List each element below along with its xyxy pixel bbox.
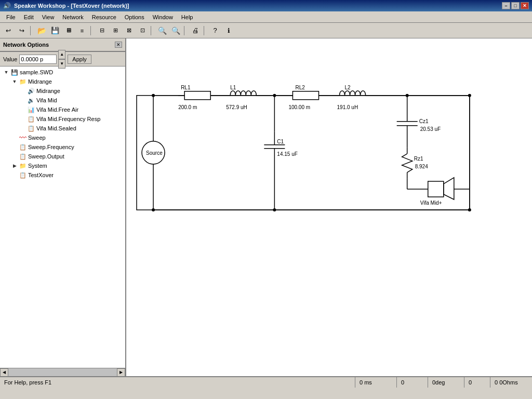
label-vifa-mid: Vifa Mid: [36, 97, 57, 103]
l2-value: 191.0 uH: [337, 104, 358, 110]
toolbar-sep-5: [204, 26, 207, 35]
menu-edit[interactable]: Edit: [20, 13, 38, 21]
menu-file[interactable]: File: [2, 13, 20, 21]
panel-close-btn[interactable]: ✕: [115, 42, 122, 48]
menu-network[interactable]: Network: [58, 13, 87, 21]
icon-testxover: 📋: [19, 171, 27, 179]
tree-node-vifa-mid-sealed[interactable]: 📋 Vifa Mid.Sealed: [0, 124, 125, 133]
tree-node-midrange[interactable]: 🔊 Midrange: [0, 86, 125, 96]
expander-sweep-frequency[interactable]: [10, 143, 19, 151]
toolbar-btn-6[interactable]: ⊞: [109, 25, 122, 36]
outer-minimize-btn[interactable]: –: [502, 2, 510, 9]
status-freq: 0: [397, 377, 428, 388]
left-panel: Network Options ✕ Value ▲ ▼ Apply ▼ 💾 sa…: [0, 38, 126, 376]
menu-window[interactable]: Window: [149, 13, 177, 21]
tree-node-sweep-output[interactable]: 📋 Sweep.Output: [0, 152, 125, 161]
tree-node-testxover[interactable]: 📋 TestXover: [0, 170, 125, 180]
scroll-track[interactable]: [8, 368, 117, 376]
scroll-right-btn[interactable]: ▶: [117, 368, 125, 377]
expander-vifa-mid-freqresp[interactable]: [19, 115, 27, 123]
apply-btn[interactable]: Apply: [68, 55, 91, 64]
zoom-out-btn[interactable]: 🔍: [169, 25, 182, 36]
toolbar-btn-4[interactable]: ≡: [76, 25, 88, 36]
value-row: Value ▲ ▼ Apply: [0, 52, 125, 66]
svg-point-40: [468, 94, 471, 97]
zoom-in-btn[interactable]: 🔍: [156, 25, 168, 36]
toolbar-btn-5[interactable]: ⊟: [96, 25, 108, 36]
tree-container: ▼ 💾 sample.SWD ▼ 📁 Midrange 🔊 Midrange: [0, 66, 125, 368]
rl1-value: 200.0 m: [178, 104, 197, 110]
outer-restore-btn[interactable]: □: [511, 2, 520, 9]
status-bar: For Help, press F1 0 ms 0 0deg 0 0 0Ohms: [0, 376, 532, 388]
circuit-diagram: Source RL1 200.0 m L1 572.9 uH: [126, 38, 532, 376]
right-panel: Source RL1 200.0 m L1 572.9 uH: [126, 38, 532, 376]
icon-midrange-folder: 📁: [19, 77, 27, 86]
svg-rect-0: [137, 96, 470, 210]
label-sweep-output: Sweep.Output: [28, 153, 64, 159]
open-btn[interactable]: 📂: [35, 25, 48, 36]
toolbar: ↩ ↪ 📂 💾 ⊞ ≡ ⊟ ⊞ ⊠ ⊡ 🔍 🔍 🖨 ? ℹ: [0, 23, 532, 38]
status-help: For Help, press F1: [0, 377, 355, 388]
icon-sample: 💾: [10, 68, 19, 76]
menu-view[interactable]: View: [38, 13, 59, 21]
title-bar: 🔊 Speaker Workshop - [TestXover (network…: [0, 0, 532, 11]
expander-midrange[interactable]: [19, 87, 27, 95]
toolbar-sep-3: [151, 26, 154, 35]
expander-vifa-mid[interactable]: [19, 96, 27, 104]
label-midrange: Midrange: [36, 88, 60, 94]
info-btn[interactable]: ℹ: [222, 25, 235, 36]
help-btn[interactable]: ?: [209, 25, 221, 36]
expander-vifa-mid-sealed[interactable]: [19, 124, 27, 132]
toolbar-btn-3[interactable]: ⊞: [62, 25, 75, 36]
scroll-left-btn[interactable]: ◀: [0, 368, 8, 377]
menu-help[interactable]: Help: [177, 13, 197, 21]
outer-window-controls: – □ ✕: [502, 2, 529, 9]
save-btn[interactable]: 💾: [49, 25, 61, 36]
c1-value: 14.15 uF: [277, 151, 297, 157]
value-input[interactable]: [19, 55, 57, 64]
toolbar-btn-8[interactable]: ⊡: [136, 25, 149, 36]
label-vifa-mid-freqresp: Vifa Mid.Frequency Resp: [36, 116, 100, 122]
svg-point-38: [406, 94, 409, 97]
expander-sample[interactable]: ▼: [2, 68, 10, 76]
tree-node-midrange-folder[interactable]: ▼ 📁 Midrange: [0, 77, 125, 86]
label-vifa-mid-sealed: Vifa Mid.Sealed: [36, 125, 76, 131]
c1-label: C1: [277, 139, 284, 144]
tree-node-vifa-mid-freqresp[interactable]: 📋 Vifa Mid.Frequency Resp: [0, 114, 125, 124]
tree-node-system[interactable]: ▶ 📁 System: [0, 161, 125, 170]
expander-sweep-output[interactable]: [10, 152, 19, 161]
rl2-label: RL2: [295, 85, 305, 90]
menu-resource[interactable]: Resource: [88, 13, 121, 21]
source-label: Source: [146, 150, 163, 156]
svg-rect-7: [184, 91, 210, 100]
svg-marker-31: [428, 181, 444, 197]
tree-node-sample[interactable]: ▼ 💾 sample.SWD: [0, 68, 125, 77]
icon-sweep: 〰: [19, 134, 27, 142]
tree-node-vifa-mid[interactable]: 🔉 Vifa Mid: [0, 96, 125, 105]
tree-node-vifa-mid-freeair[interactable]: 📊 Vifa Mid.Free Air: [0, 105, 125, 114]
undo-btn[interactable]: ↩: [2, 25, 15, 36]
cz1-label: Cz1: [419, 118, 429, 124]
tree-node-sweep-frequency[interactable]: 📋 Sweep.Frequency: [0, 142, 125, 152]
print-btn[interactable]: 🖨: [189, 25, 202, 36]
tree-node-sweep[interactable]: 〰 Sweep: [0, 133, 125, 142]
outer-close-btn[interactable]: ✕: [521, 2, 529, 9]
expander-midrange-folder[interactable]: ▼: [10, 77, 19, 86]
rl2-value: 100.00 m: [288, 104, 310, 110]
expander-testxover[interactable]: [10, 171, 19, 179]
expander-sweep[interactable]: [10, 134, 19, 142]
expander-system[interactable]: ▶: [10, 162, 19, 170]
panel-title: Network Options: [3, 42, 49, 48]
toolbar-btn-7[interactable]: ⊠: [123, 25, 135, 36]
menu-options[interactable]: Options: [121, 13, 149, 21]
spin-up-btn[interactable]: ▲: [58, 50, 65, 59]
expander-vifa-mid-freeair[interactable]: [19, 105, 27, 114]
icon-vifa-mid: 🔉: [27, 96, 35, 104]
redo-btn[interactable]: ↪: [16, 25, 28, 36]
svg-point-39: [468, 208, 471, 211]
svg-point-35: [152, 208, 155, 211]
cz1-value: 20.53 uF: [420, 126, 441, 132]
toolbar-sep-1: [30, 26, 33, 35]
rl1-label: RL1: [181, 85, 191, 90]
label-midrange-folder: Midrange: [28, 78, 52, 85]
